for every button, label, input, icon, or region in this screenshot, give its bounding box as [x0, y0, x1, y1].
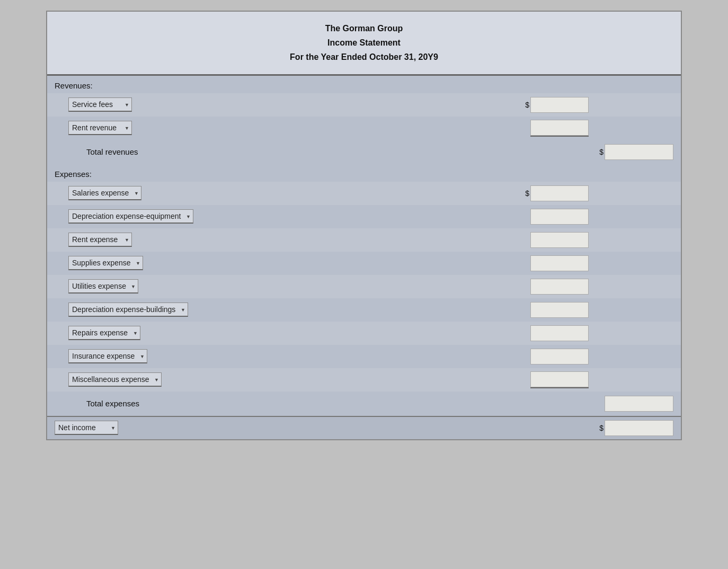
repairs-expense-select[interactable]: Repairs expense	[68, 326, 140, 340]
rent-revenue-select-wrapper[interactable]: Rent revenue	[68, 121, 132, 135]
miscellaneous-expense-row: Miscellaneous expense $	[47, 368, 681, 392]
miscellaneous-expense-label: Miscellaneous expense	[68, 372, 525, 387]
salaries-expense-input[interactable]	[530, 185, 589, 201]
statement-title: Income Statement	[52, 35, 676, 50]
net-income-amount-area: $	[599, 420, 673, 436]
rent-revenue-input[interactable]	[530, 120, 589, 136]
depreciation-equipment-primary: $	[525, 209, 589, 225]
rent-expense-label: Rent expense	[68, 233, 525, 247]
supplies-expense-label: Supplies expense	[68, 256, 525, 270]
depreciation-equipment-row: Depreciation expense-equipment $	[47, 205, 681, 228]
salaries-expense-select-wrapper[interactable]: Salaries expense	[68, 186, 141, 200]
rent-expense-input[interactable]	[530, 232, 589, 248]
depreciation-buildings-amount-area: $	[525, 302, 673, 318]
salaries-expense-amount-area: $	[525, 185, 673, 201]
depreciation-buildings-label: Depreciation expense-buildings	[68, 303, 525, 317]
statement-header: The Gorman Group Income Statement For th…	[47, 12, 681, 76]
net-income-amount: $	[599, 420, 673, 436]
utilities-expense-select[interactable]: Utilities expense	[68, 279, 138, 294]
supplies-expense-input[interactable]	[530, 255, 589, 271]
depreciation-buildings-row: Depreciation expense-buildings $	[47, 298, 681, 322]
repairs-expense-select-wrapper[interactable]: Repairs expense	[68, 326, 140, 340]
service-fees-primary: $	[525, 97, 589, 113]
depreciation-equipment-select[interactable]: Depreciation expense-equipment	[68, 209, 193, 224]
depreciation-equipment-label: Depreciation expense-equipment	[68, 209, 525, 224]
misc-underline	[530, 371, 589, 388]
utilities-expense-amount-area: $	[525, 279, 673, 295]
insurance-expense-select-wrapper[interactable]: Insurance expense	[68, 349, 147, 363]
insurance-expense-input[interactable]	[530, 349, 589, 364]
total-revenues-amount: $	[599, 144, 673, 160]
insurance-expense-primary: $	[525, 349, 589, 364]
depreciation-equipment-amount-area: $	[525, 209, 673, 225]
rent-revenue-label: Rent revenue	[68, 121, 525, 135]
net-income-select[interactable]: Net income	[55, 421, 118, 435]
total-revenues-label: Total revenues	[55, 147, 599, 156]
rent-expense-select-wrapper[interactable]: Rent expense	[68, 233, 132, 247]
miscellaneous-expense-input[interactable]	[530, 371, 589, 387]
insurance-expense-row: Insurance expense $	[47, 345, 681, 368]
net-income-input[interactable]	[605, 420, 673, 436]
salaries-expense-label: Salaries expense	[68, 186, 525, 200]
total-expenses-amount: $	[599, 396, 673, 412]
rent-expense-row: Rent expense $	[47, 228, 681, 252]
service-fees-dollar: $	[525, 101, 529, 109]
depreciation-equipment-input[interactable]	[530, 209, 589, 225]
supplies-expense-row: Supplies expense $	[47, 252, 681, 275]
rent-expense-select[interactable]: Rent expense	[68, 233, 132, 247]
utilities-expense-row: Utilities expense $	[47, 275, 681, 298]
repairs-expense-input[interactable]	[530, 325, 589, 341]
rent-revenue-amount-area: $	[525, 120, 673, 137]
rent-revenue-select[interactable]: Rent revenue	[68, 121, 132, 135]
repairs-expense-row: Repairs expense $	[47, 322, 681, 345]
utilities-expense-primary: $	[525, 279, 589, 295]
rent-revenue-underline	[530, 120, 589, 137]
repairs-expense-amount-area: $	[525, 325, 673, 341]
miscellaneous-expense-amount-area: $	[525, 371, 673, 388]
total-expenses-input[interactable]	[605, 396, 673, 412]
service-fees-select[interactable]: Service fees	[68, 97, 132, 112]
expenses-label: Expenses:	[47, 164, 681, 182]
salaries-dollar: $	[525, 189, 529, 198]
depreciation-equipment-select-wrapper[interactable]: Depreciation expense-equipment	[68, 209, 193, 224]
net-income-dollar: $	[599, 424, 603, 432]
company-name: The Gorman Group	[52, 21, 676, 35]
service-fees-amount-area: $	[525, 97, 673, 113]
depreciation-buildings-select-wrapper[interactable]: Depreciation expense-buildings	[68, 303, 188, 317]
supplies-expense-select-wrapper[interactable]: Supplies expense	[68, 256, 143, 270]
net-income-select-wrapper[interactable]: Net income	[55, 421, 118, 435]
service-fees-select-wrapper[interactable]: Service fees	[68, 97, 132, 112]
depreciation-buildings-select[interactable]: Depreciation expense-buildings	[68, 303, 188, 317]
service-fees-row: Service fees $	[47, 93, 681, 117]
total-revenues-dollar: $	[599, 148, 603, 156]
miscellaneous-expense-select-wrapper[interactable]: Miscellaneous expense	[68, 372, 162, 387]
net-income-label: Net income	[55, 421, 599, 435]
total-revenues-row: Total revenues $	[47, 140, 681, 164]
depreciation-buildings-input[interactable]	[530, 302, 589, 318]
income-statement: The Gorman Group Income Statement For th…	[46, 11, 682, 440]
rent-expense-amount-area: $	[525, 232, 673, 248]
utilities-expense-select-wrapper[interactable]: Utilities expense	[68, 279, 138, 294]
service-fees-label: Service fees	[68, 97, 525, 112]
rent-revenue-primary: $	[525, 120, 589, 137]
depreciation-buildings-primary: $	[525, 302, 589, 318]
utilities-expense-input[interactable]	[530, 279, 589, 295]
supplies-expense-select[interactable]: Supplies expense	[68, 256, 143, 270]
statement-period: For the Year Ended October 31, 20Y9	[52, 50, 676, 64]
total-expenses-label: Total expenses	[55, 399, 599, 408]
miscellaneous-expense-select[interactable]: Miscellaneous expense	[68, 372, 162, 387]
miscellaneous-expense-primary: $	[525, 371, 589, 388]
insurance-expense-select[interactable]: Insurance expense	[68, 349, 147, 363]
repairs-expense-primary: $	[525, 325, 589, 341]
salaries-expense-row: Salaries expense $	[47, 182, 681, 205]
salaries-expense-select[interactable]: Salaries expense	[68, 186, 141, 200]
utilities-expense-label: Utilities expense	[68, 279, 525, 294]
net-income-row: Net income $	[47, 416, 681, 439]
total-revenues-input[interactable]	[605, 144, 673, 160]
insurance-expense-amount-area: $	[525, 349, 673, 364]
rent-expense-primary: $	[525, 232, 589, 248]
supplies-expense-primary: $	[525, 255, 589, 271]
service-fees-input[interactable]	[530, 97, 589, 113]
salaries-expense-primary: $	[525, 185, 589, 201]
total-expenses-row: Total expenses $	[47, 392, 681, 416]
